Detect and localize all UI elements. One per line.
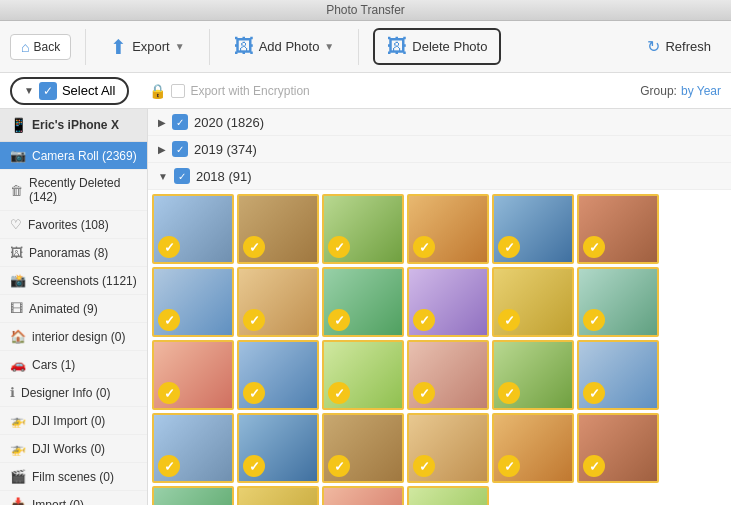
sidebar-item-interior-design[interactable]: 🏠 interior design (0)	[0, 323, 147, 351]
group-label: Group:	[640, 84, 677, 98]
sidebar-item-label: interior design (0)	[32, 330, 125, 344]
export-button[interactable]: ⬆ Export ▼	[100, 30, 194, 64]
photo-thumbnail[interactable]: ✓	[152, 340, 234, 410]
photo-thumbnail[interactable]: ✓	[492, 194, 574, 264]
photo-thumbnail[interactable]: ✓	[407, 486, 489, 505]
photo-thumbnail[interactable]: ✓	[407, 413, 489, 483]
photo-check-overlay: ✓	[243, 309, 265, 331]
photo-thumbnail[interactable]: ✓	[237, 486, 319, 505]
sidebar-item-recently-deleted[interactable]: 🗑 Recently Deleted (142)	[0, 170, 147, 211]
year-check-2018: ✓	[174, 168, 190, 184]
expand-icon-2019: ▶	[158, 144, 166, 155]
photo-check-overlay: ✓	[243, 382, 265, 404]
export-label: Export	[132, 39, 170, 54]
device-icon: 📱	[10, 117, 27, 133]
photo-thumbnail[interactable]: ✓	[237, 194, 319, 264]
photo-thumbnail[interactable]: ✓	[407, 194, 489, 264]
sidebar-header: 📱 Eric's iPhone X	[0, 109, 147, 142]
photo-thumbnail[interactable]: ✓	[407, 340, 489, 410]
photo-check-overlay: ✓	[328, 455, 350, 477]
sidebar-item-label: Favorites (108)	[28, 218, 109, 232]
sidebar-item-import[interactable]: 📥 Import (0)	[0, 491, 147, 505]
title-bar: Photo Transfer	[0, 0, 731, 21]
sidebar-item-dji-import[interactable]: 🚁 DJI Import (0)	[0, 407, 147, 435]
photo-thumbnail[interactable]: ✓	[577, 194, 659, 264]
sidebar-item-panoramas[interactable]: 🖼 Panoramas (8)	[0, 239, 147, 267]
dji-works-icon: 🚁	[10, 441, 26, 456]
toolbar-separator-2	[209, 29, 210, 65]
photo-check-overlay: ✓	[583, 236, 605, 258]
year-header-2018[interactable]: ▼ ✓ 2018 (91)	[148, 163, 731, 190]
photo-thumbnail[interactable]: ✓	[237, 340, 319, 410]
photo-thumbnail[interactable]: ✓	[152, 413, 234, 483]
photo-thumbnail[interactable]: ✓	[237, 413, 319, 483]
photo-area: ▶ ✓ 2020 (1826) ▶ ✓ 2019 (374) ▼ ✓ 2018	[148, 109, 731, 505]
export-icon: ⬆	[110, 35, 127, 59]
year-header-2020[interactable]: ▶ ✓ 2020 (1826)	[148, 109, 731, 136]
delete-photo-button[interactable]: 🖼 Delete Photo	[373, 28, 501, 65]
photo-thumbnail[interactable]: ✓	[152, 194, 234, 264]
sidebar-item-label: Recently Deleted (142)	[29, 176, 137, 204]
select-all-check: ✓	[39, 82, 57, 100]
sidebar-item-designer-info[interactable]: ℹ Designer Info (0)	[0, 379, 147, 407]
toolbar-separator-3	[358, 29, 359, 65]
add-photo-label: Add Photo	[259, 39, 320, 54]
add-photo-icon: 🖼	[234, 35, 254, 58]
designer-info-icon: ℹ	[10, 385, 15, 400]
select-all-button[interactable]: ▼ ✓ Select All	[10, 77, 129, 105]
photo-thumbnail[interactable]: ✓	[322, 486, 404, 505]
sidebar-item-film-scenes[interactable]: 🎬 Film scenes (0)	[0, 463, 147, 491]
photo-check-overlay: ✓	[583, 455, 605, 477]
sidebar-item-label: Camera Roll (2369)	[32, 149, 137, 163]
photo-check-overlay: ✓	[498, 236, 520, 258]
encrypt-label: Export with Encryption	[190, 84, 309, 98]
photo-thumbnail[interactable]: ✓	[577, 267, 659, 337]
main-content: 📱 Eric's iPhone X 📷 Camera Roll (2369) 🗑…	[0, 109, 731, 505]
encrypt-area: 🔒 Export with Encryption	[149, 83, 309, 99]
photo-thumbnail[interactable]: ✓	[322, 267, 404, 337]
photo-thumbnail[interactable]: ✓	[577, 340, 659, 410]
back-button[interactable]: ⌂ Back	[10, 34, 71, 60]
sub-toolbar: ▼ ✓ Select All 🔒 Export with Encryption …	[0, 73, 731, 109]
year-header-2019[interactable]: ▶ ✓ 2019 (374)	[148, 136, 731, 163]
encrypt-checkbox[interactable]	[171, 84, 185, 98]
year-label-2019: 2019 (374)	[194, 142, 257, 157]
sidebar-item-animated[interactable]: 🎞 Animated (9)	[0, 295, 147, 323]
photo-thumbnail[interactable]: ✓	[492, 267, 574, 337]
expand-icon-2018: ▼	[158, 171, 168, 182]
photo-thumbnail[interactable]: ✓	[152, 267, 234, 337]
photo-thumbnail[interactable]: ✓	[322, 194, 404, 264]
year-check-2019: ✓	[172, 141, 188, 157]
photo-thumbnail[interactable]: ✓	[492, 413, 574, 483]
sidebar-item-camera-roll[interactable]: 📷 Camera Roll (2369)	[0, 142, 147, 170]
group-value[interactable]: by Year	[681, 84, 721, 98]
lock-icon: 🔒	[149, 83, 166, 99]
refresh-label: Refresh	[665, 39, 711, 54]
photo-check-overlay: ✓	[498, 309, 520, 331]
add-photo-button[interactable]: 🖼 Add Photo ▼	[224, 30, 345, 63]
screenshots-icon: 📸	[10, 273, 26, 288]
sidebar-item-dji-works[interactable]: 🚁 DJI Works (0)	[0, 435, 147, 463]
photo-thumbnail[interactable]: ✓	[152, 486, 234, 505]
sidebar-item-label: Film scenes (0)	[32, 470, 114, 484]
photo-thumbnail[interactable]: ✓	[577, 413, 659, 483]
sidebar-item-label: Cars (1)	[32, 358, 75, 372]
photo-check-overlay: ✓	[158, 455, 180, 477]
sidebar-item-screenshots[interactable]: 📸 Screenshots (1121)	[0, 267, 147, 295]
photo-thumbnail[interactable]: ✓	[237, 267, 319, 337]
toolbar-separator-1	[85, 29, 86, 65]
sidebar-item-label: Animated (9)	[29, 302, 98, 316]
photo-thumbnail[interactable]: ✓	[322, 340, 404, 410]
cars-icon: 🚗	[10, 357, 26, 372]
photo-thumbnail[interactable]: ✓	[322, 413, 404, 483]
photo-thumbnail[interactable]: ✓	[407, 267, 489, 337]
sidebar-item-cars[interactable]: 🚗 Cars (1)	[0, 351, 147, 379]
photo-thumbnail[interactable]: ✓	[492, 340, 574, 410]
refresh-button[interactable]: ↻ Refresh	[637, 32, 721, 61]
sidebar-item-label: DJI Import (0)	[32, 414, 105, 428]
recently-deleted-icon: 🗑	[10, 183, 23, 198]
import-icon: 📥	[10, 497, 26, 505]
toolbar: ⌂ Back ⬆ Export ▼ 🖼 Add Photo ▼ 🖼 Delete…	[0, 21, 731, 73]
photo-check-overlay: ✓	[158, 236, 180, 258]
sidebar-item-favorites[interactable]: ♡ Favorites (108)	[0, 211, 147, 239]
